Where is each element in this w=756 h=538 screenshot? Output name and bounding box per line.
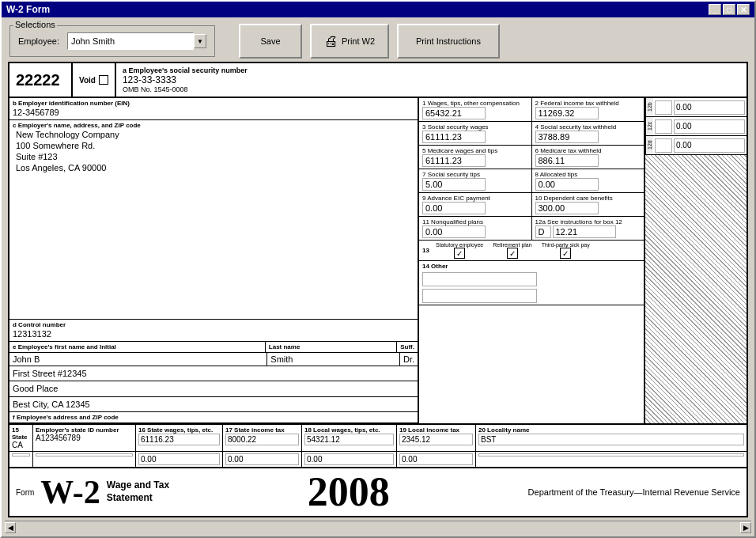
box-12c-row: 12c 0.00 [645, 117, 747, 136]
box-12a-code: D [535, 225, 551, 238]
box-19-label: 19 Local income tax [399, 426, 473, 434]
box-1-label: 1 Wages, tips, other compensation [422, 100, 528, 107]
box-12a-label: 12a See instructions for box 12 [535, 218, 641, 225]
employee-dropdown[interactable]: John Smith [67, 32, 194, 50]
scroll-right-button[interactable]: ▶ [740, 522, 751, 533]
box-12c-side: 12c [645, 117, 653, 135]
box-4: 4 Social security tax withheld 3788.89 [532, 122, 644, 145]
box-10-label: 10 Dependent care benefits [535, 195, 641, 202]
box-17-value[interactable]: 8000.22 [225, 434, 299, 445]
state2-box17-val[interactable]: 0.00 [225, 453, 299, 465]
box-e-suff-label: Suff. [400, 343, 414, 350]
box-12d-code[interactable] [655, 138, 672, 153]
state2-box-18: 0.00 [302, 452, 397, 467]
state2-box18-val[interactable]: 0.00 [304, 453, 394, 465]
box-20-label: 20 Locality name [478, 426, 744, 434]
retirement-checkbox[interactable]: ✓ [507, 248, 518, 259]
box-e-suff-col: Suff. [397, 342, 418, 352]
save-button[interactable]: Save [239, 24, 302, 59]
box-12b-code[interactable] [655, 100, 672, 115]
state2-box-16: 0.00 [136, 452, 223, 467]
retirement-label: Retirement plan [493, 242, 531, 248]
box-20-value[interactable]: BST [478, 434, 744, 445]
box-7: 7 Social security tips 5.00 [419, 169, 532, 192]
state2-state-val[interactable] [12, 453, 30, 457]
box-14-input1[interactable] [422, 272, 537, 286]
form-left-column: b Employer identification number (EIN) 1… [9, 98, 419, 423]
box-e-lastname-col: Last name [266, 342, 397, 352]
employee-select-wrapper: John Smith ▼ [67, 32, 206, 50]
hatch-area [645, 155, 747, 423]
w2-form: 22222 Void a Employee's social security … [8, 62, 748, 517]
box-9: 9 Advance EIC payment 0.00 [419, 193, 532, 216]
box-11-label: 11 Nonqualified plans [422, 218, 528, 225]
row-9-10: 9 Advance EIC payment 0.00 10 Dependent … [419, 193, 644, 217]
thirdparty-checkbox[interactable]: ✓ [560, 248, 571, 259]
box-e-lastname-label: Last name [269, 343, 393, 350]
print-instructions-button[interactable]: Print Instructions [397, 24, 500, 59]
statutory-checkbox[interactable]: ✓ [454, 248, 465, 259]
box-e-header: e Employee's first name and Initial Last… [9, 342, 418, 353]
box-d: d Control number 12313132 [9, 320, 418, 342]
selections-label: Selections [13, 20, 57, 29]
window-content: Selections Employee: John Smith ▼ Save 🖨… [2, 17, 754, 536]
box-15-label: 15 State [12, 426, 30, 441]
box-12d-amount[interactable]: 0.00 [674, 138, 745, 153]
form-code: 22222 [16, 71, 60, 89]
box-17-label: 17 State income tax [225, 426, 299, 434]
state-section-row2: 0.00 0.00 0.00 0.00 [9, 451, 747, 467]
box-4-value: 3788.89 [535, 131, 599, 143]
box-14-input2[interactable] [422, 289, 537, 303]
toolbar: Selections Employee: John Smith ▼ Save 🖨… [5, 21, 751, 62]
state-ein-label: Employer's state ID number [36, 426, 133, 434]
box-5-value: 61111.23 [422, 154, 486, 167]
void-checkbox[interactable] [99, 75, 108, 85]
maximize-button[interactable]: □ [723, 4, 735, 15]
dept-text: Department of the Treasury—Internal Reve… [528, 487, 740, 497]
box-12d-label: 12d [647, 141, 652, 150]
scroll-left-button[interactable]: ◀ [5, 522, 16, 533]
close-button[interactable]: ✕ [737, 4, 750, 15]
state-box-15a: 15 State CA [9, 425, 33, 451]
state2-box19-val[interactable]: 0.00 [399, 453, 473, 465]
right-main: 1 Wages, tips, other compensation 65432.… [419, 98, 644, 423]
app-window: W-2 Form _ □ ✕ Selections Employee: John… [0, 0, 756, 538]
box-12c-amount[interactable]: 0.00 [674, 119, 745, 134]
state2-box20-val[interactable] [478, 453, 744, 457]
box-14-label: 14 Other [422, 263, 641, 270]
box-e-suff-val: Dr. [400, 353, 418, 366]
box-2-label: 2 Federal income tax withheld [535, 100, 641, 107]
employer-addr3: Los Angeles, CA 90000 [13, 162, 414, 173]
box-16-value[interactable]: 61116.23 [138, 434, 220, 445]
state2-box16-val[interactable]: 0.00 [138, 453, 220, 465]
print-w2-button[interactable]: 🖨 Print W2 [310, 24, 389, 59]
dropdown-arrow-icon[interactable]: ▼ [194, 34, 206, 48]
employee-value: John Smith [71, 36, 115, 46]
horizontal-scrollbar[interactable]: ◀ ▶ [5, 521, 751, 533]
form-title-area: Form W-2 Wage and Tax Statement [16, 475, 169, 509]
employer-addr2: Suite #123 [13, 151, 414, 162]
box-18-value[interactable]: 54321.12 [304, 434, 394, 445]
box-b-label: b Employer identification number (EIN) [13, 100, 414, 107]
minimize-button[interactable]: _ [709, 4, 721, 15]
employee-label: Employee: [18, 36, 59, 46]
box-12b-row: 12b 0.00 [645, 98, 747, 117]
box-b-value: 12-3456789 [13, 107, 414, 118]
box-d-label: d Control number [13, 321, 414, 328]
box-e-lastname-val: Smith [267, 353, 400, 366]
state2-ein-val[interactable] [36, 453, 133, 457]
box-12c-label: 12c [647, 122, 652, 131]
box-e-firstname-col: e Employee's first name and Initial [9, 342, 266, 352]
box-9-label: 9 Advance EIC payment [422, 195, 528, 202]
box-6-label: 6 Medicare tax withheld [535, 147, 641, 154]
box-3: 3 Social security wages 61111.23 [419, 122, 532, 145]
form-word-label: Form [16, 488, 34, 497]
wage-title: Wage and Tax [107, 479, 169, 492]
state2-box-ein [33, 452, 136, 467]
box-8-label: 8 Allocated tips [535, 171, 641, 178]
state-box-19: 19 Local income tax 2345.12 [397, 425, 476, 451]
box-12c-code[interactable] [655, 119, 672, 134]
box-12b-amount[interactable]: 0.00 [674, 100, 745, 115]
box-19-value[interactable]: 2345.12 [399, 434, 473, 445]
row-1-2: 1 Wages, tips, other compensation 65432.… [419, 98, 644, 122]
